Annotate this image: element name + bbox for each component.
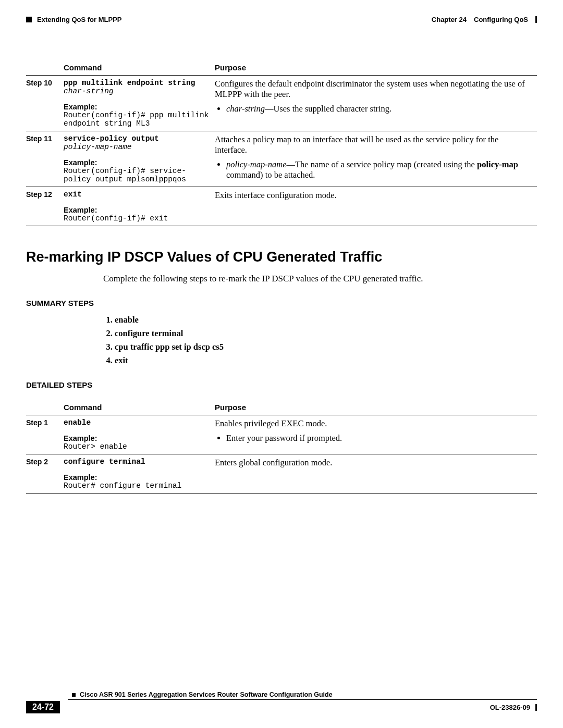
- example-label: Example:: [64, 434, 211, 442]
- purpose-text: Enables privileged EXEC mode.: [215, 418, 533, 429]
- square-icon: [26, 17, 32, 22]
- command-arg: policy-map-name: [64, 143, 211, 151]
- step-label: Step 2: [26, 454, 64, 493]
- list-item: exit: [115, 355, 537, 366]
- square-icon: [72, 693, 76, 697]
- command-arg: char-string: [64, 87, 211, 95]
- step-label: Step 10: [26, 76, 64, 131]
- step-label: Step 12: [26, 187, 64, 226]
- th-purpose: Purpose: [215, 400, 537, 415]
- header-left: Extending QoS for MLPPP: [26, 16, 122, 23]
- table-row: Step 11 service-policy output policy-map…: [26, 131, 537, 187]
- example-label: Example:: [64, 103, 211, 111]
- doc-number: OL-23826-09: [490, 704, 537, 711]
- vbar-icon: [535, 704, 537, 711]
- command-table-1: Command Purpose Step 10 ppp multilink en…: [26, 60, 537, 226]
- page-header: Extending QoS for MLPPP Chapter 24 Confi…: [26, 16, 537, 23]
- vbar-icon: [535, 16, 537, 23]
- purpose-text: Exits interface configuration mode.: [215, 190, 533, 201]
- purpose-bullet: char-string—Uses the supplied character …: [226, 104, 533, 114]
- command-text: ppp multilink endpoint string: [64, 79, 211, 87]
- step-label: Step 11: [26, 131, 64, 187]
- header-section: Extending QoS for MLPPP: [37, 16, 122, 23]
- example-label: Example:: [64, 206, 211, 214]
- purpose-text: Enters global configuration mode.: [215, 458, 533, 468]
- detailed-steps-heading: DETAILED STEPS: [26, 380, 537, 389]
- page-footer: Cisco ASR 901 Series Aggregation Service…: [26, 691, 537, 713]
- th-command: Command: [64, 400, 215, 415]
- th-command: Command: [64, 60, 215, 76]
- page-number-badge: 24-72: [26, 701, 60, 713]
- table-row: Step 2 configure terminal Example: Route…: [26, 454, 537, 493]
- example-text: Router(config-if)# ppp multilink endpoin…: [64, 111, 211, 128]
- list-item: cpu traffic ppp set ip dscp cs5: [115, 342, 537, 352]
- th-purpose: Purpose: [215, 60, 537, 76]
- chapter-label: Chapter 24: [432, 16, 467, 23]
- summary-steps-list: enable configure terminal cpu traffic pp…: [115, 315, 537, 366]
- summary-steps-heading: SUMMARY STEPS: [26, 299, 537, 307]
- example-text: Router> enable: [64, 442, 211, 451]
- command-table-2: Command Purpose Step 1 enable Example: R…: [26, 400, 537, 493]
- step-label: Step 1: [26, 415, 64, 454]
- command-text: exit: [64, 190, 211, 199]
- purpose-text: Configures the default endpoint discrimi…: [215, 79, 533, 100]
- list-item: configure terminal: [115, 328, 537, 339]
- example-text: Router# configure terminal: [64, 482, 211, 490]
- chapter-title: Configuring QoS: [474, 16, 528, 23]
- purpose-text: Attaches a policy map to an interface th…: [215, 134, 533, 155]
- section-heading: Re-marking IP DSCP Values of CPU Generat…: [26, 249, 537, 265]
- example-text: Router(config-if)# exit: [64, 214, 211, 223]
- list-item: enable: [115, 315, 537, 325]
- footer-guide-title: Cisco ASR 901 Series Aggregation Service…: [72, 691, 537, 698]
- header-right: Chapter 24 Configuring QoS: [432, 16, 537, 23]
- example-label: Example:: [64, 158, 211, 167]
- command-text: configure terminal: [64, 458, 211, 466]
- example-text: Router(config-if)# service-policy output…: [64, 167, 211, 183]
- table-row: Step 10 ppp multilink endpoint string ch…: [26, 76, 537, 131]
- table-row: Step 12 exit Example: Router(config-if)#…: [26, 187, 537, 226]
- intro-text: Complete the following steps to re-mark …: [103, 274, 537, 284]
- table-row: Step 1 enable Example: Router> enable En…: [26, 415, 537, 454]
- purpose-bullet: policy-map-name—The name of a service po…: [226, 159, 533, 180]
- example-label: Example:: [64, 473, 211, 482]
- command-text: enable: [64, 418, 211, 427]
- command-text: service-policy output: [64, 134, 211, 143]
- purpose-bullet: Enter your password if prompted.: [226, 433, 533, 443]
